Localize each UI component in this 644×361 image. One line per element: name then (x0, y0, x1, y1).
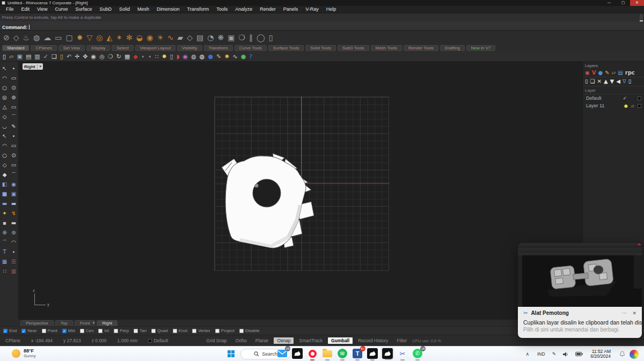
file-explorer-icon[interactable] (321, 348, 334, 359)
vray-plane-light-icon[interactable]: ▽ (87, 31, 93, 45)
viewport-menu-arrow-icon[interactable]: ▾ (38, 64, 41, 69)
vray-assets-tab-icon[interactable]: ◉ (585, 70, 590, 76)
pencil-gold-icon[interactable]: ✎ (216, 51, 221, 62)
render-sphere2-icon[interactable]: ◍ (200, 51, 205, 62)
block-tool-icon[interactable]: ▦ (0, 257, 9, 267)
vray-dome-light-icon[interactable]: ◒ (136, 31, 143, 45)
export-icon[interactable]: ▥ (34, 51, 40, 62)
vray-ies-light-icon[interactable]: ✶ (116, 31, 122, 45)
polyline2-tool-icon[interactable]: ◇ (0, 160, 9, 170)
tray-expand-icon[interactable]: ∧ (521, 351, 533, 357)
vray-page-icon[interactable]: ▣ (228, 31, 235, 45)
toolbar-tab[interactable]: Viewport Layout (135, 45, 175, 51)
zoom-icon[interactable]: ◉ (91, 51, 97, 62)
viewport-layout-icon[interactable]: ▦ (125, 51, 130, 62)
add-viewport-tab-button[interactable]: + (90, 320, 97, 326)
delete-layer-icon[interactable]: ✕ (597, 78, 601, 84)
status-toggle[interactable]: Ortho (232, 337, 250, 344)
rhino-taskbar-icon-2[interactable] (366, 348, 379, 359)
copy-icon[interactable]: ❏ (52, 51, 57, 62)
rectangle-tool-icon[interactable]: ▭ (9, 102, 18, 112)
toolbar-tab[interactable]: Set View (58, 45, 85, 51)
color-wheel-icon[interactable]: ◉ (183, 51, 188, 62)
snip-notification-card[interactable]: ✂ Alat Pemotong ⋯ ✕ Cuplikan layar disal… (518, 243, 642, 338)
toolbar-tab[interactable]: Surface Tools (268, 45, 304, 51)
command-line[interactable]: Command: (0, 21, 644, 30)
match-layer-icon[interactable]: ▯ (628, 78, 632, 84)
annotate-tab-icon[interactable]: ✎ (605, 70, 609, 76)
osnap-checkbox[interactable]: ✓ (239, 329, 244, 333)
vray-cloud-icon[interactable]: ☁ (43, 31, 51, 45)
menu-item[interactable]: Edit (18, 6, 34, 13)
vray-frame-buffer-icon[interactable]: ▭ (55, 31, 62, 45)
vray-render-icon[interactable]: ◗ (177, 51, 180, 62)
active-layer-selector[interactable]: Default (143, 338, 173, 343)
toolbar-tab[interactable]: Mesh Tools (371, 45, 402, 51)
toolbar-tab[interactable]: Curve Tools (235, 45, 267, 51)
toolbar-tab[interactable]: Display (86, 45, 110, 51)
undo-icon[interactable]: ↶ (67, 51, 71, 62)
rhino-taskbar-icon[interactable] (291, 348, 304, 359)
slabs-solid-icon[interactable]: ▬ (9, 199, 18, 209)
cube-solid-icon[interactable]: ■ (0, 189, 9, 199)
osnap-checkbox[interactable]: ✓ (134, 329, 138, 333)
zoom-window-icon[interactable]: ◎ (99, 51, 105, 62)
array-tool-icon[interactable]: ∷ (0, 267, 9, 276)
union-icon[interactable]: ▪ (0, 218, 9, 228)
extrude-icon[interactable]: ↯ (9, 209, 18, 218)
polyline-tool-icon[interactable]: △ (0, 102, 9, 112)
curve-tool-icon[interactable]: ◠ (0, 73, 9, 83)
viewport-title-chip[interactable]: Right ▾ (23, 63, 43, 70)
spotify-app-icon[interactable] (336, 348, 349, 359)
layer-row[interactable]: Layer 11 ✓ ● ▱ (583, 102, 644, 109)
arc2-tool-icon[interactable]: ⌒ (9, 170, 18, 180)
osnap-checkbox[interactable]: ✓ (21, 329, 26, 333)
vray-flame-icon[interactable]: ♨ (23, 31, 30, 45)
vray-spheres-icon[interactable]: ◍ (33, 31, 40, 45)
menu-item[interactable]: Surface (71, 6, 96, 13)
status-toggle[interactable]: Filter (393, 337, 410, 344)
circle-tool-icon[interactable]: ○ (0, 83, 9, 93)
language-indicator[interactable]: IND (533, 351, 549, 357)
difference-icon[interactable]: ▬ (9, 218, 18, 228)
menu-item[interactable]: Panels (280, 6, 302, 13)
notification-body[interactable]: ✂ Alat Pemotong ⋯ ✕ Cuplikan layar disal… (518, 307, 642, 338)
ellipse-tool-icon[interactable]: ◎ (0, 93, 9, 102)
toolbar-tab[interactable]: Drafting (440, 45, 465, 51)
vray-proxy-icon[interactable]: ▤ (196, 31, 203, 45)
menu-item[interactable]: SubD (96, 6, 115, 13)
notification-more-icon[interactable]: ⋯ (617, 310, 631, 316)
status-toggle[interactable]: Osnap (274, 337, 294, 344)
layer-color-swatch[interactable] (638, 97, 641, 100)
vray-window-icon[interactable]: ▢ (66, 31, 73, 45)
earth-blue-icon[interactable]: ● (208, 51, 213, 62)
osnap-toggle[interactable]: ✓ Perp (114, 328, 129, 333)
menu-item[interactable]: Help (323, 6, 340, 13)
osnap-checkbox[interactable]: ✓ (80, 329, 84, 333)
colorful-app-tray-icon[interactable] (630, 350, 639, 359)
points-on-icon[interactable]: ∷ (155, 51, 159, 62)
new-file-icon[interactable]: ▯ (3, 51, 6, 62)
vray-bucket-icon[interactable]: ◇ (13, 31, 19, 45)
osnap-toggle[interactable]: ✓ End (3, 328, 17, 333)
surface-tool-icon[interactable]: ▭ (9, 141, 18, 151)
new-layer-icon[interactable]: ▯ (585, 78, 588, 84)
osnap-checkbox[interactable]: ✓ (173, 329, 177, 333)
layer-color-swatch[interactable] (638, 104, 641, 108)
snipping-tool-taskbar-icon[interactable]: ✂ (396, 348, 409, 359)
menu-item[interactable]: V-Ray (302, 6, 323, 13)
fillet-icon[interactable]: ⌒ (0, 238, 9, 247)
menu-item[interactable]: Mesh (134, 6, 153, 13)
sketch-tool-icon[interactable]: ✎ (9, 122, 18, 131)
status-toggle[interactable]: SmartTrack (296, 337, 326, 344)
points-tool-icon[interactable]: ∙ (9, 131, 18, 141)
osnap-toggle[interactable]: ✓ Cen (80, 328, 94, 333)
menu-item[interactable]: Solid (115, 6, 134, 13)
torus-icon[interactable]: ⊚ (9, 228, 18, 238)
help-icon[interactable]: ? (249, 51, 252, 62)
polygon-tool-icon[interactable]: ◇ (0, 112, 9, 122)
osnap-checkbox[interactable]: ✓ (98, 329, 103, 333)
control-curve-tool-icon[interactable]: ▭ (9, 73, 18, 83)
osnap-toggle[interactable]: ✓ Int (98, 328, 109, 333)
sphere-solid-icon[interactable]: ◉ (9, 180, 18, 189)
